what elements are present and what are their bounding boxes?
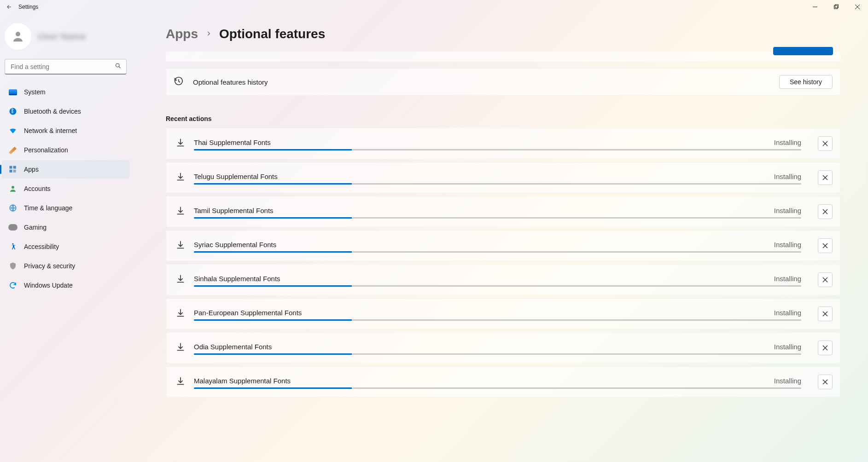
- action-status: Installing: [774, 343, 801, 351]
- svg-rect-10: [13, 166, 16, 169]
- history-icon: [174, 76, 184, 88]
- search-icon: [115, 62, 122, 71]
- action-status: Installing: [774, 377, 801, 385]
- svg-point-15: [12, 243, 14, 245]
- sidebar-item-time[interactable]: Time & language: [2, 199, 130, 217]
- back-button[interactable]: [6, 3, 13, 11]
- action-name: Syriac Supplemental Fonts: [194, 241, 774, 248]
- progress-bar: [194, 217, 801, 219]
- maximize-button[interactable]: [826, 0, 847, 14]
- action-name: Thai Supplemental Fonts: [194, 139, 774, 146]
- bluetooth-icon: [8, 107, 17, 116]
- download-icon: [175, 240, 186, 252]
- see-history-button[interactable]: See history: [779, 75, 833, 89]
- svg-rect-1: [834, 6, 838, 9]
- accessibility-icon: [8, 242, 17, 251]
- cancel-button[interactable]: [818, 341, 833, 355]
- sidebar-item-personalization[interactable]: Personalization: [2, 141, 130, 159]
- action-card: Odia Supplemental Fonts Installing: [166, 332, 840, 364]
- cancel-button[interactable]: [818, 204, 833, 219]
- progress-bar: [194, 387, 801, 389]
- chevron-right-icon: [205, 29, 212, 39]
- svg-rect-2: [835, 5, 839, 8]
- shield-icon: [8, 261, 17, 271]
- action-status: Installing: [774, 275, 801, 283]
- action-card: Sinhala Supplemental Fonts Installing: [166, 264, 840, 295]
- action-name: Pan-European Supplemental Fonts: [194, 309, 774, 317]
- history-card: Optional features history See history: [166, 68, 840, 96]
- sidebar-item-label: Apps: [24, 166, 39, 173]
- close-button[interactable]: [847, 0, 868, 14]
- sidebar-item-label: Bluetooth & devices: [24, 108, 81, 115]
- sidebar-item-label: Network & internet: [24, 127, 77, 134]
- sidebar-item-label: Accounts: [24, 185, 51, 192]
- sidebar-item-label: Accessibility: [24, 243, 59, 250]
- progress-bar: [194, 149, 801, 150]
- progress-bar: [194, 353, 801, 355]
- sidebar: User Name System Bluetooth & devices: [0, 14, 138, 462]
- svg-line-7: [119, 66, 120, 68]
- breadcrumb-parent[interactable]: Apps: [166, 27, 198, 41]
- sidebar-item-label: Privacy & security: [24, 262, 75, 270]
- download-icon: [175, 342, 186, 354]
- search-input[interactable]: [11, 63, 111, 70]
- sidebar-nav: System Bluetooth & devices Network & int…: [0, 83, 134, 295]
- main-content: Apps Optional features Optional features…: [138, 14, 868, 462]
- cancel-button[interactable]: [818, 136, 833, 151]
- sidebar-item-update[interactable]: Windows Update: [2, 276, 130, 295]
- cancel-button[interactable]: [818, 306, 833, 321]
- progress-bar: [194, 319, 801, 321]
- sidebar-item-label: Time & language: [24, 204, 72, 212]
- progress-bar: [194, 183, 801, 185]
- sidebar-item-network[interactable]: Network & internet: [2, 121, 130, 140]
- svg-rect-9: [10, 166, 12, 169]
- profile-name: User Name: [38, 31, 86, 42]
- action-card: Telugu Supplemental Fonts Installing: [166, 162, 840, 193]
- action-status: Installing: [774, 173, 801, 180]
- sidebar-item-bluetooth[interactable]: Bluetooth & devices: [2, 102, 130, 121]
- title-bar: Settings: [0, 0, 868, 14]
- app-title: Settings: [18, 4, 38, 10]
- minimize-button[interactable]: [804, 0, 826, 14]
- breadcrumb: Apps Optional features: [166, 27, 840, 41]
- sidebar-item-privacy[interactable]: Privacy & security: [2, 257, 130, 275]
- cancel-button[interactable]: [818, 170, 833, 185]
- avatar: [5, 23, 31, 50]
- sidebar-item-label: System: [24, 88, 46, 96]
- action-status: Installing: [774, 139, 801, 146]
- svg-rect-12: [13, 170, 16, 173]
- window-controls: [804, 0, 868, 14]
- sidebar-item-gaming[interactable]: Gaming: [2, 218, 130, 237]
- progress-bar: [194, 251, 801, 253]
- action-status: Installing: [774, 207, 801, 214]
- download-icon: [175, 308, 186, 320]
- wifi-icon: [8, 126, 17, 135]
- download-icon: [175, 206, 186, 218]
- svg-point-5: [16, 32, 20, 36]
- person-icon: [8, 184, 17, 193]
- install-button[interactable]: [773, 47, 833, 55]
- download-icon: [175, 376, 186, 388]
- sidebar-item-accounts[interactable]: Accounts: [2, 179, 130, 198]
- sidebar-item-system[interactable]: System: [2, 83, 130, 101]
- action-card: Pan-European Supplemental Fonts Installi…: [166, 298, 840, 329]
- settings-search[interactable]: [5, 59, 127, 75]
- sidebar-item-apps[interactable]: Apps: [2, 160, 130, 179]
- globe-clock-icon: [8, 203, 17, 213]
- action-card: Tamil Supplemental Fonts Installing: [166, 196, 840, 227]
- sidebar-item-accessibility[interactable]: Accessibility: [2, 237, 130, 256]
- sidebar-item-label: Windows Update: [24, 282, 73, 289]
- cancel-button[interactable]: [818, 272, 833, 287]
- recent-actions-list: Thai Supplemental Fonts Installing Telug…: [166, 128, 840, 398]
- monitor-icon: [8, 87, 17, 97]
- cancel-button[interactable]: [818, 375, 833, 389]
- sidebar-item-label: Gaming: [24, 224, 47, 231]
- cancel-button[interactable]: [818, 238, 833, 253]
- action-card: Malayalam Supplemental Fonts Installing: [166, 366, 840, 398]
- profile-block[interactable]: User Name: [0, 18, 134, 59]
- page-title: Optional features: [219, 27, 325, 41]
- progress-bar: [194, 285, 801, 287]
- action-name: Odia Supplemental Fonts: [194, 343, 774, 351]
- action-name: Tamil Supplemental Fonts: [194, 207, 774, 214]
- apps-icon: [8, 165, 17, 174]
